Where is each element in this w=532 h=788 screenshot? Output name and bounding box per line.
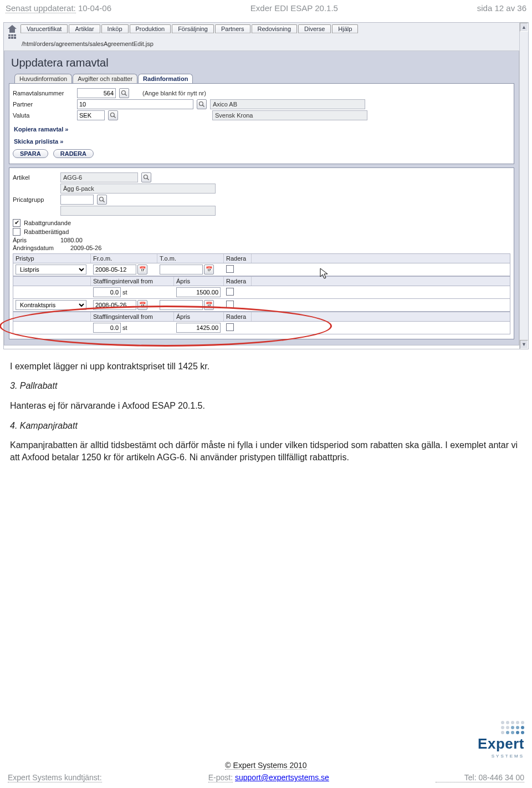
col-radera: Radera	[224, 254, 252, 263]
scroll-up-icon[interactable]: ▲	[520, 23, 528, 32]
price-subrow: st	[13, 286, 510, 299]
menu-tab-försäljning[interactable]: Försäljning	[172, 24, 214, 33]
col-tom: T.o.m.	[157, 254, 224, 263]
col-pristyp: Pristyp	[13, 254, 91, 263]
lookup-icon[interactable]	[108, 110, 118, 120]
home-icon[interactable]	[8, 25, 17, 33]
app-window: ▲ ▼ VarucertifikatArtiklarInköpProduktio…	[3, 22, 529, 349]
interval-input[interactable]	[93, 323, 121, 333]
doc-body: I exemplet lägger ni upp kontraktspriset…	[0, 354, 532, 476]
subtab-avgifter-och-rabatter[interactable]: Avgifter och rabatter	[73, 74, 137, 83]
partner-input[interactable]	[77, 99, 193, 109]
footer-mid-label: E-post:	[208, 774, 233, 782]
lookup-icon[interactable]	[141, 172, 151, 182]
col-from: Fr.o.m.	[91, 254, 157, 263]
delete-checkbox[interactable]	[226, 288, 234, 296]
menu-tab-inköp[interactable]: Inköp	[101, 24, 129, 33]
delete-checkbox[interactable]	[226, 323, 234, 331]
scroll-down-icon[interactable]: ▼	[520, 340, 528, 349]
skicka-link[interactable]: Skicka prislista »	[14, 138, 510, 145]
footer-left: Expert Systems kundtjänst:	[8, 774, 102, 782]
update-date: 10-04-06	[78, 3, 111, 13]
svg-point-2	[200, 101, 203, 105]
valuta-name: Svensk Krona	[212, 110, 367, 120]
svg-point-6	[144, 175, 148, 179]
scrollbar[interactable]: ▲ ▼	[519, 23, 528, 349]
price-input[interactable]	[176, 323, 221, 333]
andring-value: 2009-05-26	[70, 245, 101, 251]
artikel-name: Ägg 6-pack	[60, 184, 216, 194]
lookup-icon[interactable]	[97, 195, 107, 205]
url-path: /html/orders/agreements/salesAgreementEd…	[4, 39, 519, 51]
lookup-icon[interactable]	[119, 88, 129, 98]
para-pallrabatt: Hanteras ej för närvarande i Axfood ESAP…	[10, 400, 522, 412]
menu-tab-varucertifikat[interactable]: Varucertifikat	[21, 24, 68, 33]
support-email-link[interactable]: support@expertsystems.se	[235, 773, 329, 782]
subtab-radinformation[interactable]: Radinformation	[138, 74, 193, 83]
brand-logo: Expert SYSTEMS	[478, 721, 524, 759]
footer-right: Tel: 08-446 34 00	[436, 774, 524, 782]
price-subheader: Stafflingsintervall fromÁprisRadera	[13, 276, 510, 286]
svg-line-1	[125, 94, 127, 95]
subtab-huvudinformation[interactable]: Huvudinformation	[14, 74, 72, 83]
rabattgrund-checkbox[interactable]: ✔	[13, 219, 21, 227]
price-row: Listpris📅📅	[13, 263, 510, 276]
calendar-icon[interactable]: 📅	[204, 265, 214, 274]
ramavtal-input[interactable]	[77, 88, 116, 98]
grid-icon[interactable]	[8, 34, 16, 39]
spara-button[interactable]: SPARA	[13, 149, 48, 158]
brand-word: Expert	[478, 735, 524, 753]
menu-tab-partners[interactable]: Partners	[215, 24, 250, 33]
from-input[interactable]	[93, 265, 136, 274]
price-input[interactable]	[176, 287, 221, 297]
rabattber-checkbox[interactable]	[13, 228, 21, 236]
radera-button[interactable]: RADERA	[53, 149, 94, 158]
calendar-icon[interactable]: 📅	[204, 300, 214, 310]
lookup-icon[interactable]	[197, 99, 207, 109]
kopiera-link[interactable]: Kopiera ramavtal »	[14, 126, 510, 133]
brand-sub: SYSTEMS	[492, 754, 524, 759]
from-input[interactable]	[93, 300, 136, 310]
doc-title: Exder EDI ESAP 20.1.5	[250, 3, 338, 13]
menu-tab-artiklar[interactable]: Artiklar	[69, 24, 100, 33]
menu-tab-hjälp[interactable]: Hjälp	[332, 24, 358, 33]
pricat-input[interactable]	[60, 195, 94, 205]
price-header: Pristyp Fr.o.m. T.o.m. Radera	[13, 253, 510, 263]
unit-label: st	[122, 289, 127, 296]
calendar-icon[interactable]: 📅	[137, 265, 147, 274]
price-subheader: Stafflingsintervall fromÁprisRadera	[13, 312, 510, 322]
svg-line-3	[203, 105, 204, 106]
pristyp-select[interactable]: Kontraktspris	[16, 300, 86, 310]
interval-input[interactable]	[93, 287, 121, 297]
page-title: Uppdatera ramavtal	[9, 54, 514, 74]
doc-header: Senast uppdaterat: 10-04-06 Exder EDI ES…	[0, 0, 532, 16]
delete-checkbox[interactable]	[226, 301, 234, 308]
svg-point-0	[122, 90, 126, 94]
apris-label: Ápris	[13, 237, 57, 243]
price-row: Kontraktspris📅📅	[13, 299, 510, 312]
unit-label: st	[122, 324, 127, 331]
svg-point-8	[100, 197, 104, 201]
subtabs: HuvudinformationAvgifter och rabatterRad…	[14, 74, 514, 83]
calendar-icon[interactable]: 📅	[137, 300, 147, 310]
svg-line-9	[103, 200, 105, 202]
update-label: Senast uppdaterat:	[6, 4, 76, 13]
delete-checkbox[interactable]	[226, 265, 234, 273]
tom-input[interactable]	[160, 265, 203, 274]
svg-line-5	[114, 116, 116, 118]
pristyp-select[interactable]: Listpris	[16, 265, 86, 274]
footer: Expert SYSTEMS © Expert Systems 2010 Exp…	[0, 718, 532, 788]
menu-tab-produktion[interactable]: Produktion	[130, 24, 171, 33]
ramavtal-hint: (Ange blankt för nytt nr)	[142, 90, 206, 96]
menu-tab-diverse[interactable]: Diverse	[298, 24, 331, 33]
partner-label: Partner	[13, 101, 74, 108]
partner-name: Axico AB	[210, 99, 365, 109]
main-menu: VarucertifikatArtiklarInköpProduktionFör…	[4, 23, 519, 39]
valuta-input[interactable]	[77, 110, 105, 120]
page-indicator: sida 12 av 36	[477, 3, 526, 13]
para-kampanj: Kampanjrabatten är alltid tidsbestämt oc…	[10, 439, 522, 463]
andring-label: Ändringsdatum	[13, 245, 67, 251]
tom-input[interactable]	[160, 300, 203, 310]
artikel-code: AGG-6	[60, 172, 138, 182]
menu-tab-redovisning[interactable]: Redovisning	[252, 24, 298, 33]
